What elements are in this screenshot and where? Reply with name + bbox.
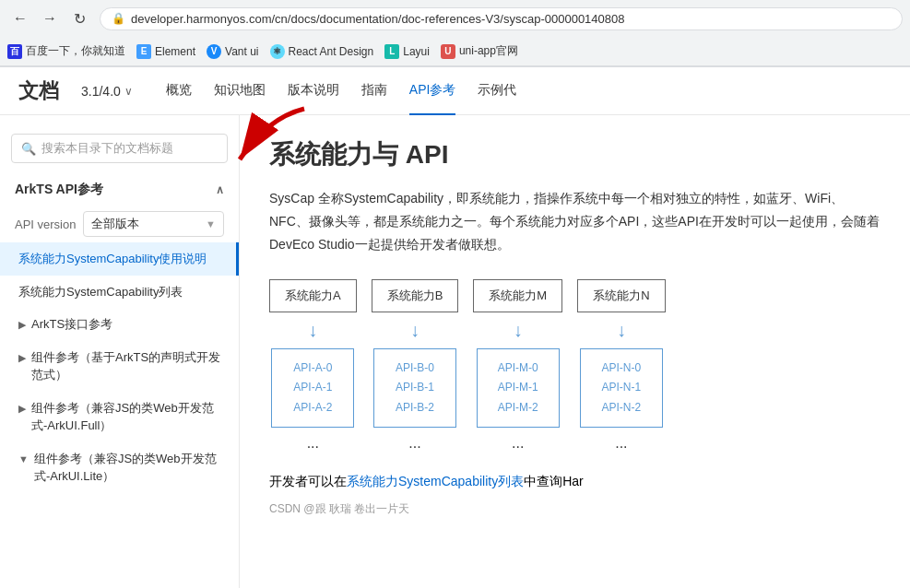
- expand-arrow-icon: ▶: [18, 317, 26, 333]
- bookmark-layui[interactable]: L Layui: [384, 44, 430, 59]
- nav-example[interactable]: 示例代: [478, 67, 516, 115]
- search-icon: 🔍: [21, 142, 36, 156]
- bookmark-uniapp-label: uni-app官网: [459, 43, 518, 59]
- search-box[interactable]: 🔍 搜索本目录下的文档标题: [11, 134, 228, 163]
- layui-icon: L: [384, 44, 399, 59]
- cap-header-m: 系统能力M: [473, 279, 562, 312]
- nav-knowledge[interactable]: 知识地图: [214, 67, 266, 115]
- footer-text-before: 开发者可以在: [269, 474, 347, 488]
- select-arrow-icon: ▼: [206, 218, 216, 229]
- bookmarks-bar: 百 百度一下，你就知道 E Element V Vant ui ⚛ React …: [0, 37, 910, 66]
- reload-button[interactable]: ↻: [66, 6, 92, 31]
- cap-header-b: 系统能力B: [372, 279, 459, 312]
- footer-text-after: 中查询Har: [524, 474, 584, 488]
- sidebar-section-header[interactable]: ArkTS API参考 ∧: [0, 174, 239, 206]
- cap-dots-m: ...: [512, 435, 524, 452]
- nav-guide[interactable]: 指南: [361, 67, 387, 115]
- version-selector[interactable]: 3.1/4.0 ∨: [81, 84, 133, 99]
- cap-column-m: 系统能力M ↓ API-M-0API-M-1API-M-2 ...: [473, 279, 562, 453]
- sidebar: 🔍 搜索本目录下的文档标题 ArkTS API参考 ∧ API version …: [0, 115, 240, 588]
- collapse-icon: ∧: [216, 183, 224, 196]
- cap-dots-a: ...: [307, 435, 319, 452]
- site-logo: 文档: [18, 77, 59, 105]
- bookmark-element-label: Element: [155, 45, 195, 58]
- browser-toolbar: ← → ↻ 🔒 developer.harmonyos.com/cn/docs/…: [0, 0, 910, 37]
- bookmark-vant[interactable]: V Vant ui: [207, 44, 258, 59]
- cap-arrow-a: ↓: [308, 320, 317, 341]
- bookmark-react[interactable]: ⚛ React Ant Design: [270, 44, 374, 59]
- expand-arrow-icon: ▶: [18, 401, 26, 417]
- address-bar[interactable]: 🔒 developer.harmonyos.com/cn/docs/docume…: [100, 7, 903, 30]
- content-description: SysCap 全称SystemCapability，即系统能力，指操作系统中每一…: [269, 187, 880, 257]
- cap-box-b: API-B-0API-B-1API-B-2: [373, 348, 456, 429]
- nav-api[interactable]: API参考: [409, 67, 456, 115]
- sidebar-item-label: 系统能力SystemCapability列表: [18, 285, 183, 299]
- cap-column-b: 系统能力B ↓ API-B-0API-B-1API-B-2 ...: [372, 279, 459, 453]
- sidebar-item-component-js-lite[interactable]: ▼ 组件参考（兼容JS的类Web开发范式-ArkUI.Lite）: [0, 442, 239, 493]
- version-arrow: ∨: [124, 85, 133, 98]
- main-content: 🔍 搜索本目录下的文档标题 ArkTS API参考 ∧ API version …: [0, 115, 910, 588]
- cap-dots-b: ...: [408, 435, 420, 452]
- nav-version[interactable]: 版本说明: [288, 67, 339, 115]
- uniapp-icon: U: [441, 44, 455, 59]
- expand-arrow-icon: ▶: [18, 350, 26, 366]
- nav-buttons: ← → ↻: [7, 6, 92, 31]
- sidebar-item-label: 组件参考（兼容JS的类Web开发范式-ArkUI.Full）: [31, 399, 224, 435]
- top-nav: 文档 3.1/4.0 ∨ 概览 知识地图 版本说明 指南 API参考 示例代: [0, 67, 910, 115]
- sidebar-item-component-arkts[interactable]: ▶ 组件参考（基于ArkTS的声明式开发范式）: [0, 341, 239, 392]
- bookmark-layui-label: Layui: [403, 45, 430, 58]
- cap-box-m: API-M-0API-M-1API-M-2: [477, 348, 560, 429]
- sidebar-item-label: 组件参考（兼容JS的类Web开发范式-ArkUI.Lite）: [34, 450, 224, 486]
- page: 文档 3.1/4.0 ∨ 概览 知识地图 版本说明 指南 API参考 示例代: [0, 67, 910, 588]
- vant-icon: V: [207, 44, 221, 59]
- capability-diagram: 系统能力A ↓ API-A-0API-A-1API-A-2 ... 系统能力B …: [269, 279, 880, 453]
- cap-dots-n: ...: [615, 435, 627, 452]
- sidebar-item-label: 组件参考（基于ArkTS的声明式开发范式）: [31, 348, 224, 384]
- back-button[interactable]: ←: [7, 6, 33, 31]
- sidebar-item-syscap-list[interactable]: 系统能力SystemCapability列表: [0, 276, 239, 309]
- forward-button[interactable]: →: [37, 6, 63, 31]
- version-text: 3.1/4.0: [81, 84, 121, 99]
- page-title: 系统能力与 API: [269, 137, 880, 172]
- bookmark-baidu[interactable]: 百 百度一下，你就知道: [7, 43, 125, 59]
- element-icon: E: [136, 44, 151, 59]
- expand-arrow-icon: ▼: [18, 452, 29, 467]
- cap-column-n: 系统能力N ↓ API-N-0API-N-1API-N-2 ...: [577, 279, 665, 453]
- api-version-select[interactable]: 全部版本 ▼: [83, 211, 224, 237]
- api-version-value: 全部版本: [91, 216, 139, 232]
- sidebar-item-syscap-usage[interactable]: 系统能力SystemCapability使用说明: [0, 242, 239, 276]
- baidu-icon: 百: [7, 44, 22, 59]
- cap-arrow-n: ↓: [617, 320, 626, 341]
- sidebar-item-arkts-api[interactable]: ▶ ArkTS接口参考: [0, 308, 239, 341]
- bookmark-element[interactable]: E Element: [136, 44, 195, 59]
- cap-arrow-b: ↓: [410, 320, 420, 341]
- api-version-label: API version: [15, 218, 76, 231]
- sidebar-item-label: ArkTS接口参考: [31, 315, 224, 334]
- bookmark-uniapp[interactable]: U uni-app官网: [441, 43, 518, 59]
- search-placeholder-text: 搜索本目录下的文档标题: [41, 140, 173, 157]
- bookmark-vant-label: Vant ui: [225, 45, 258, 58]
- bookmark-baidu-label: 百度一下，你就知道: [26, 43, 125, 59]
- cap-header-n: 系统能力N: [577, 279, 665, 312]
- cap-header-a: 系统能力A: [269, 279, 357, 312]
- sidebar-item-label: 系统能力SystemCapability使用说明: [18, 252, 207, 265]
- cap-column-a: 系统能力A ↓ API-A-0API-A-1API-A-2 ...: [269, 279, 357, 453]
- cap-box-a: API-A-0API-A-1API-A-2: [271, 348, 354, 429]
- sidebar-section-arkts: ArkTS API参考 ∧ API version 全部版本 ▼ 系统能力Sys…: [0, 174, 239, 493]
- content-area: 系统能力与 API SysCap 全称SystemCapability，即系统能…: [240, 115, 910, 588]
- browser-chrome: ← → ↻ 🔒 developer.harmonyos.com/cn/docs/…: [0, 0, 910, 67]
- nav-overview[interactable]: 概览: [166, 67, 192, 115]
- lock-icon: 🔒: [112, 12, 125, 25]
- csdn-footer: CSDN @跟 耿瑞 卷出一片天: [269, 501, 880, 517]
- nav-items: 概览 知识地图 版本说明 指南 API参考 示例代: [166, 67, 517, 115]
- address-text: developer.harmonyos.com/cn/docs/document…: [131, 12, 625, 26]
- syscap-list-link[interactable]: 系统能力SystemCapability列表: [347, 474, 524, 488]
- api-version-row: API version 全部版本 ▼: [0, 206, 239, 242]
- sidebar-item-component-js-full[interactable]: ▶ 组件参考（兼容JS的类Web开发范式-ArkUI.Full）: [0, 392, 239, 442]
- cap-box-n: API-N-0API-N-1API-N-2: [580, 348, 663, 429]
- cap-arrow-m: ↓: [514, 320, 523, 341]
- content-footer: 开发者可以在系统能力SystemCapability列表中查询Har: [269, 474, 880, 490]
- bookmark-react-label: React Ant Design: [289, 45, 374, 58]
- sidebar-section-title: ArkTS API参考: [15, 182, 103, 198]
- react-icon: ⚛: [270, 44, 285, 59]
